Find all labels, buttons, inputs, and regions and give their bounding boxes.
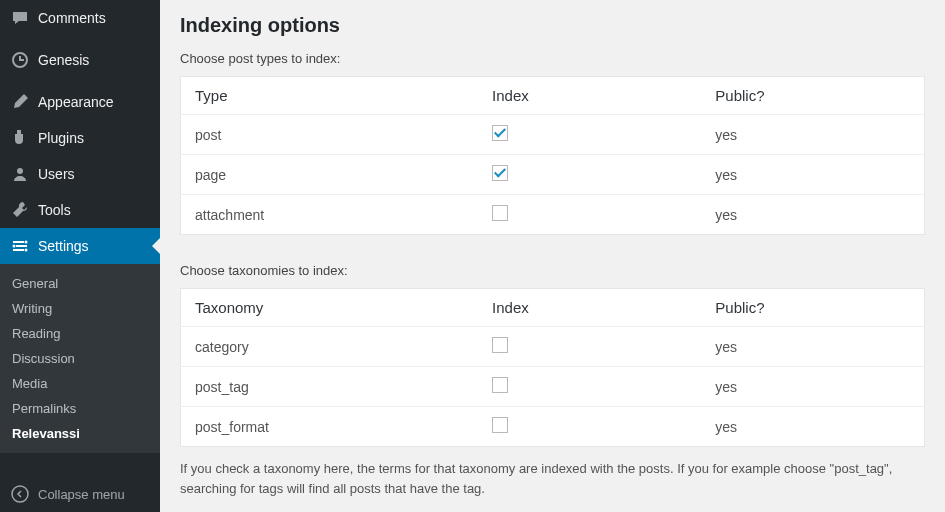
index-checkbox-post-format[interactable]: [492, 417, 508, 433]
sidebar-item-label: Users: [38, 166, 75, 182]
submenu-item-general[interactable]: General: [0, 271, 160, 296]
sidebar-item-label: Genesis: [38, 52, 89, 68]
submenu-item-permalinks[interactable]: Permalinks: [0, 396, 160, 421]
col-index: Index: [478, 289, 701, 327]
cell-index: [478, 155, 701, 195]
cell-index: [478, 195, 701, 235]
submenu-item-media[interactable]: Media: [0, 371, 160, 396]
settings-icon: [10, 236, 30, 256]
svg-rect-4: [13, 249, 24, 251]
index-checkbox-post[interactable]: [492, 125, 508, 141]
sidebar-item-genesis[interactable]: Genesis: [0, 42, 160, 78]
col-index: Index: [478, 77, 701, 115]
cell-taxonomy: post_format: [181, 407, 479, 447]
index-checkbox-attachment[interactable]: [492, 205, 508, 221]
sidebar-item-settings[interactable]: Settings: [0, 228, 160, 264]
comment-icon: [10, 8, 30, 28]
cell-public: yes: [701, 407, 924, 447]
appearance-icon: [10, 92, 30, 112]
cell-index: [478, 407, 701, 447]
cell-public: yes: [701, 367, 924, 407]
collapse-label: Collapse menu: [38, 487, 125, 502]
submenu-item-reading[interactable]: Reading: [0, 321, 160, 346]
collapse-menu-button[interactable]: Collapse menu: [0, 476, 160, 512]
svg-point-7: [25, 249, 28, 252]
page-title: Indexing options: [180, 14, 925, 37]
index-checkbox-post-tag[interactable]: [492, 377, 508, 393]
table-row: post_format yes: [181, 407, 925, 447]
cell-type: page: [181, 155, 479, 195]
submenu-item-discussion[interactable]: Discussion: [0, 346, 160, 371]
table-header-row: Taxonomy Index Public?: [181, 289, 925, 327]
taxonomy-note: If you check a taxonomy here, the terms …: [180, 459, 900, 498]
sidebar-item-label: Plugins: [38, 130, 84, 146]
index-checkbox-page[interactable]: [492, 165, 508, 181]
post-types-label: Choose post types to index:: [180, 51, 925, 66]
table-row: page yes: [181, 155, 925, 195]
cell-taxonomy: category: [181, 327, 479, 367]
col-public: Public?: [701, 77, 924, 115]
svg-point-8: [12, 486, 28, 502]
col-type: Type: [181, 77, 479, 115]
sidebar-item-plugins[interactable]: Plugins: [0, 120, 160, 156]
cell-public: yes: [701, 155, 924, 195]
index-checkbox-category[interactable]: [492, 337, 508, 353]
collapse-icon: [10, 484, 30, 504]
submenu-item-writing[interactable]: Writing: [0, 296, 160, 321]
cell-type: attachment: [181, 195, 479, 235]
settings-submenu: General Writing Reading Discussion Media…: [0, 264, 160, 453]
sidebar-item-tools[interactable]: Tools: [0, 192, 160, 228]
cell-type: post: [181, 115, 479, 155]
table-row: post_tag yes: [181, 367, 925, 407]
svg-point-6: [13, 245, 16, 248]
post-types-table: Type Index Public? post yes page yes att…: [180, 76, 925, 235]
svg-point-1: [17, 168, 23, 174]
taxonomies-label: Choose taxonomies to index:: [180, 263, 925, 278]
admin-sidebar: Comments Genesis Appearance Plugins User…: [0, 0, 160, 512]
sidebar-item-label: Tools: [38, 202, 71, 218]
table-header-row: Type Index Public?: [181, 77, 925, 115]
submenu-item-relevanssi[interactable]: Relevanssi: [0, 421, 160, 446]
table-row: attachment yes: [181, 195, 925, 235]
cell-public: yes: [701, 195, 924, 235]
svg-point-5: [25, 241, 28, 244]
cell-taxonomy: post_tag: [181, 367, 479, 407]
col-taxonomy: Taxonomy: [181, 289, 479, 327]
sidebar-item-comments[interactable]: Comments: [0, 0, 160, 36]
plugin-icon: [10, 128, 30, 148]
svg-rect-2: [13, 241, 24, 243]
cell-index: [478, 327, 701, 367]
cell-index: [478, 115, 701, 155]
cell-public: yes: [701, 115, 924, 155]
sidebar-item-label: Appearance: [38, 94, 114, 110]
cell-index: [478, 367, 701, 407]
sidebar-item-label: Comments: [38, 10, 106, 26]
sidebar-item-appearance[interactable]: Appearance: [0, 84, 160, 120]
table-row: post yes: [181, 115, 925, 155]
table-row: category yes: [181, 327, 925, 367]
users-icon: [10, 164, 30, 184]
taxonomies-table: Taxonomy Index Public? category yes post…: [180, 288, 925, 447]
tools-icon: [10, 200, 30, 220]
svg-rect-3: [16, 245, 27, 247]
sidebar-item-label: Settings: [38, 238, 89, 254]
cell-public: yes: [701, 327, 924, 367]
genesis-icon: [10, 50, 30, 70]
sidebar-item-users[interactable]: Users: [0, 156, 160, 192]
main-content: Indexing options Choose post types to in…: [160, 0, 945, 512]
col-public: Public?: [701, 289, 924, 327]
